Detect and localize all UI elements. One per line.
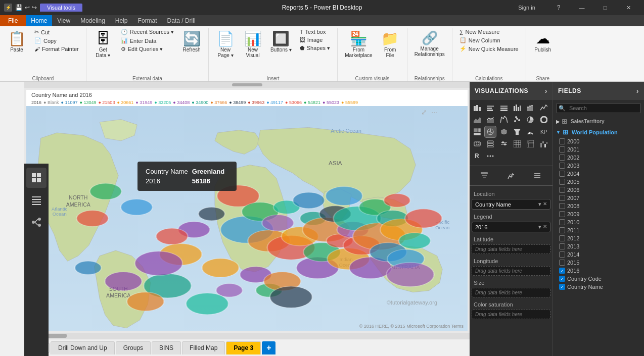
checkbox-f2010[interactable] [559,219,565,225]
checkbox-f2004[interactable] [559,171,565,177]
viz-col-chart[interactable] [512,102,523,113]
viz-fields-tab[interactable] [527,170,547,181]
viz-line-stacked-area[interactable] [485,114,496,125]
field-item-f2015[interactable]: 2015 [555,259,642,267]
format-painter-button[interactable]: 🖌 Format Painter [31,45,82,53]
field-item-country-name[interactable]: Country Name [555,283,642,291]
viz-ribbon[interactable] [498,114,510,125]
new-visual-button[interactable]: 📊 NewVisual [240,28,265,60]
more-options-icon[interactable]: ··· [431,108,437,116]
recent-sources-button[interactable]: 🕐 Recent Sources ▾ [118,28,177,36]
checkbox-f2002[interactable] [559,155,565,161]
buttons-button[interactable]: 🔲 Buttons ▾ [267,28,295,55]
checkbox-f2005[interactable] [559,179,565,185]
viz-funnel[interactable] [512,126,523,137]
refresh-button[interactable]: 🔄 Refresh [179,28,204,55]
model-view-button[interactable] [26,212,47,232]
viz-format-tab[interactable] [475,170,495,181]
new-measure-button[interactable]: ∑ New Measure [456,28,522,35]
paste-button[interactable]: 📋 Paste [4,28,29,55]
viz-table[interactable] [512,138,523,149]
field-item-f2011[interactable]: 2011 [555,226,642,234]
checkbox-f2011[interactable] [559,227,565,233]
field-item-f2008[interactable]: 2008 [555,202,642,210]
field-item-f2007[interactable]: 2007 [555,194,642,202]
field-item-country-code[interactable]: Country Code [555,275,642,283]
maximize-button[interactable]: □ [593,0,617,15]
undo-icon[interactable]: ↩ [25,4,30,11]
viz-pie[interactable] [525,114,536,125]
viz-kpi[interactable]: KPI [538,126,549,137]
field-item-f2014[interactable]: 2014 [555,250,642,259]
menu-help[interactable]: Help [110,15,133,26]
from-marketplace-button[interactable]: 🏪 FromMarketplace [342,28,375,60]
report-view-button[interactable] [26,168,47,188]
close-button[interactable]: ✕ [617,0,640,15]
field-item-f2004[interactable]: 2004 [555,170,642,178]
viz-panel-chevron[interactable]: › [545,87,547,95]
tab-groups[interactable]: Groups [116,341,151,354]
cut-button[interactable]: ✂ Cut [31,28,82,36]
viz-bar-chart[interactable] [472,102,483,113]
checkbox-f2016[interactable] [559,268,565,274]
viz-card[interactable]: 123 [472,138,483,149]
viz-treemap[interactable] [472,126,483,137]
data-view-button[interactable] [26,190,47,210]
bottom-scrollbar[interactable] [24,333,470,339]
expand-icon[interactable]: ⤢ [421,108,427,116]
get-data-button[interactable]: 🗄 GetData ▾ [90,28,116,60]
minimize-button[interactable]: — [570,0,593,15]
tab-filled-map[interactable]: Filled Map [182,341,225,354]
checkbox-f2000[interactable] [559,138,565,144]
group-sales-territory[interactable]: ▶ ⊞ SalesTerritory [555,116,642,127]
field-item-f2000[interactable]: 2000 [555,137,642,145]
enter-data-button[interactable]: 📊 Enter Data [118,37,177,44]
menu-modeling[interactable]: Modeling [75,15,110,26]
checkbox-f2009[interactable] [559,211,565,217]
viz-stacked-col[interactable] [525,102,536,113]
viz-line-chart[interactable] [538,102,549,113]
field-item-f2002[interactable]: 2002 [555,154,642,162]
menu-home[interactable]: Home [26,15,52,26]
tab-page3[interactable]: Page 3 [226,341,261,354]
legend-remove-button[interactable]: ✕ [543,224,547,230]
edit-queries-button[interactable]: ⚙ Edit Queries ▾ [118,45,177,53]
legend-dropdown-icon[interactable]: ▾ [538,224,541,230]
field-item-f2009[interactable]: 2009 [555,210,642,218]
visual-tools-tab[interactable]: Visual tools [40,4,82,12]
viz-map[interactable] [485,126,496,137]
field-item-f2001[interactable]: 2001 [555,145,642,154]
redo-icon[interactable]: ↪ [32,4,37,11]
tab-bins[interactable]: BINS [152,341,181,354]
new-column-button[interactable]: 📋 New Column [456,36,522,44]
viz-r-script[interactable]: R [472,150,483,162]
checkbox-f2007[interactable] [559,195,565,201]
tab-drill-down[interactable]: Drill Down and Up [51,341,115,354]
shapes-button[interactable]: ⬟ Shapes ▾ [297,44,333,52]
checkbox-f2001[interactable] [559,146,565,152]
checkbox-f2014[interactable] [559,251,565,258]
viz-multirow-card[interactable] [485,138,496,149]
menu-view[interactable]: View [52,15,75,26]
field-item-f2012[interactable]: 2012 [555,234,642,242]
from-file-button[interactable]: 📁 FromFile [378,28,403,60]
field-item-f2010[interactable]: 2010 [555,218,642,226]
checkbox-f2006[interactable] [559,187,565,193]
new-page-button[interactable]: 📄 NewPage ▾ [213,28,238,60]
checkbox-country-name[interactable] [559,284,565,290]
checkbox-f2013[interactable] [559,243,565,249]
viz-waterfall[interactable] [538,138,549,149]
menu-file[interactable]: File [0,15,26,26]
text-box-button[interactable]: T Text box [297,28,333,35]
checkbox-f2008[interactable] [559,203,565,209]
field-item-f2003[interactable]: 2003 [555,162,642,170]
checkbox-f2015[interactable] [559,260,565,266]
field-item-f2013[interactable]: 2013 [555,242,642,250]
location-dropdown-icon[interactable]: ▾ [538,201,541,208]
help-button[interactable]: ? [547,0,570,15]
location-remove-button[interactable]: ✕ [543,201,547,208]
save-icon[interactable]: 💾 [15,4,23,11]
menu-data-drill[interactable]: Data / Drill [162,15,201,26]
viz-matrix[interactable] [525,138,536,149]
menu-format[interactable]: Format [133,15,162,26]
